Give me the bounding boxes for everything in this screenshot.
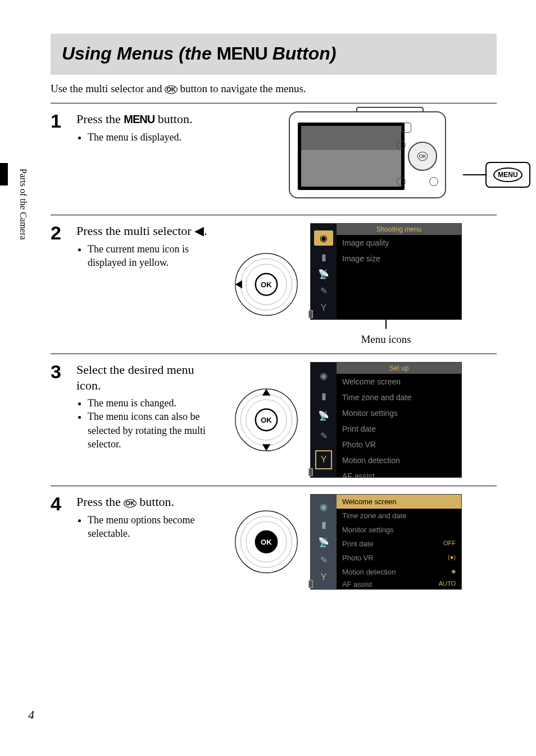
svg-text:OK: OK [261, 416, 272, 424]
movie-icon: ▮ [321, 252, 326, 262]
separator [51, 354, 497, 354]
menu-row: Image size [337, 251, 461, 266]
menu-header: Set up [337, 363, 461, 374]
step-3: 3 Select the desired menu icon. The menu… [51, 360, 497, 480]
s4-title-suffix: button. [137, 495, 174, 509]
title-menu-word: MENU [217, 43, 267, 64]
camera-icon: ◉ [320, 370, 328, 381]
menu-badge: MENU [485, 162, 530, 188]
menu-badge-label: MENU [493, 168, 522, 182]
camera-mode-btn [401, 123, 411, 133]
s3-bullet-2: The menu icons can also be selected by r… [88, 410, 222, 451]
brush-icon: ✎ [320, 286, 328, 296]
battery-icon [308, 580, 313, 588]
multiselector-dial: OK [233, 386, 300, 454]
step-2-title: Press the multi selector ◀. [76, 223, 211, 239]
shooting-menu-screenshot: ◉ ▮ 📡 ✎ Y Shooting menu Image quality Im… [310, 223, 462, 320]
separator [51, 215, 497, 215]
title-suffix: Button) [267, 43, 337, 64]
brush-icon: ✎ [320, 431, 328, 441]
separator [51, 486, 497, 486]
svg-text:OK: OK [261, 280, 272, 289]
multiselector-dial: OK [233, 251, 300, 318]
brush-icon: ✎ [320, 555, 328, 565]
menu-row: Welcome screen [337, 495, 461, 509]
row-label: Print date [342, 540, 374, 548]
wrench-icon: Y [321, 572, 327, 582]
intro-part2: button to navigate the menus. [178, 83, 306, 94]
antenna-icon: 📡 [318, 537, 329, 547]
menu-content: Set up Welcome screen Time zone and date… [337, 495, 461, 589]
menu-row: Photo VR(●) [337, 551, 461, 565]
step-3-menu-col: ◉ ▮ 📡 ✎ Y Set up Welcome screen Time zon… [310, 362, 462, 478]
s1-title-menu: MENU [124, 113, 155, 125]
menu-content: Set up Welcome screen Time zone and date… [337, 363, 461, 477]
row-label: AF assist [342, 580, 372, 585]
menu-row: Monitor settings [337, 523, 461, 537]
menu-icon-sidebar: ◉ ▮ 📡 ✎ Y [311, 495, 337, 589]
step-2-body: Press the multi selector ◀. The current … [76, 223, 222, 269]
menu-row: Print date [337, 421, 461, 437]
step-3-bullets: The menu is changed. The menu icons can … [76, 396, 222, 451]
step-3-body: Select the desired menu icon. The menu i… [76, 362, 222, 451]
camera-body [289, 111, 446, 198]
s4-bullet-1: The menu options become selectable. [88, 513, 222, 541]
row-val: (●) [448, 554, 456, 562]
s1-title-prefix: Press the [76, 112, 124, 126]
row-val: OFF [443, 540, 456, 548]
camera-icon: ◉ [320, 501, 328, 512]
step-1-title: Press the MENU button. [76, 111, 279, 127]
row-label: Time zone and date [342, 511, 406, 520]
step-1-body: Press the MENU button. The menu is displ… [76, 111, 279, 144]
menu-row: Image quality [337, 235, 461, 251]
s3-bullet-1: The menu is changed. [88, 396, 222, 410]
s1-title-suffix: button. [155, 112, 192, 126]
menu-row: AF assistAUTO [337, 579, 461, 588]
step-3-title: Select the desired menu icon. [76, 362, 211, 393]
step-3-dial: OK [233, 386, 300, 454]
step-2-menu-col: ◉ ▮ 📡 ✎ Y Shooting menu Image quality Im… [310, 223, 462, 346]
menu-icons-pointer [385, 319, 387, 329]
title-prefix: Using Menus (the [62, 43, 217, 64]
menu-row: Time zone and date [337, 509, 461, 523]
separator [51, 103, 497, 103]
menu-row: Motion detection [337, 452, 461, 468]
menu-icon-sidebar: ◉ ▮ 📡 ✎ Y [311, 363, 337, 477]
camera-icon: ◉ [314, 230, 333, 246]
s4-title-ok: OK [124, 499, 137, 508]
camera-illustration: MENU [289, 111, 497, 207]
menu-row: Monitor settings [337, 405, 461, 421]
menu-icon-sidebar: ◉ ▮ 📡 ✎ Y [311, 224, 337, 319]
movie-icon: ▮ [321, 519, 326, 530]
row-label: Monitor settings [342, 526, 394, 534]
s2-title-prefix: Press the multi selector [76, 224, 194, 238]
movie-icon: ▮ [321, 391, 326, 401]
menu-icons-label: Menu icons [361, 333, 411, 346]
s1-bullet-1: The menu is displayed. [88, 130, 279, 144]
s4-title-prefix: Press the [76, 495, 124, 509]
step-4-title: Press the OK button. [76, 494, 222, 510]
step-3-number: 3 [51, 362, 66, 381]
black-tab-marker [0, 163, 8, 185]
svg-text:OK: OK [261, 538, 272, 546]
camera-lcd [298, 123, 405, 190]
s2-title-suffix: . [204, 224, 207, 238]
page-number: 4 [28, 708, 34, 722]
side-tab: Parts of the Camera [0, 163, 16, 281]
step-4-dial: OK [233, 508, 300, 576]
menu-header: Shooting menu [337, 224, 461, 235]
lcd-scene [301, 126, 401, 187]
intro-text: Use the multi selector and OK button to … [51, 79, 497, 97]
step-2-dial: OK [233, 251, 300, 318]
row-label: Welcome screen [342, 497, 397, 506]
section-header: Using Menus (the MENU Button) [51, 34, 497, 75]
row-label: Photo VR [342, 554, 374, 562]
antenna-icon: 📡 [318, 410, 329, 421]
s2-title-arrow: ◀ [194, 224, 204, 238]
step-2-number: 2 [51, 223, 66, 242]
step-1: 1 Press the MENU button. The menu is dis… [51, 109, 497, 209]
battery-icon [308, 468, 313, 476]
step-4-menu-col: ◉ ▮ 📡 ✎ Y Set up Welcome screen Time zon… [310, 494, 462, 590]
s2-bullet-1: The current menu icon is displayed in ye… [88, 242, 222, 270]
camera-multiselector [408, 142, 437, 171]
